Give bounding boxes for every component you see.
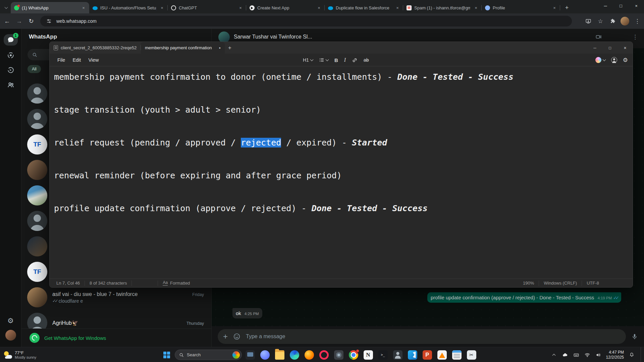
notepad-tab-client-secret[interactable]: client_secret_2_60053885332-2reqe52rrib — [50, 42, 141, 54]
tab-search-button[interactable] — [1, 2, 11, 13]
emoji-icon[interactable] — [233, 333, 240, 340]
taskbar-powerpoint-icon[interactable]: P — [421, 348, 434, 361]
taskbar-monitor-app-icon[interactable] — [244, 348, 257, 361]
install-app-icon[interactable] — [584, 17, 592, 25]
tab-close-icon[interactable]: × — [316, 5, 322, 11]
close-button[interactable]: × — [629, 0, 644, 11]
strikethrough-button[interactable]: ab — [364, 57, 369, 63]
taskbar-terminal-icon[interactable]: >_ — [376, 348, 389, 361]
notepad-window[interactable]: client_secret_2_60053885332-2reqe52rrib … — [49, 42, 633, 288]
taskbar-notion-icon[interactable]: N — [362, 348, 375, 361]
profile-avatar-button[interactable] — [4, 329, 18, 341]
tab-close-icon[interactable]: × — [80, 5, 87, 11]
filter-chip-all[interactable]: All — [28, 65, 41, 73]
back-button[interactable]: ← — [2, 16, 12, 26]
site-settings-icon[interactable] — [45, 17, 53, 25]
menu-view[interactable]: View — [85, 56, 102, 64]
text-line-empty — [54, 151, 629, 167]
list-dropdown[interactable] — [319, 57, 328, 63]
notepad-titlebar[interactable]: client_secret_2_60053885332-2reqe52rrib … — [50, 42, 633, 54]
tab-close-icon[interactable]: × — [237, 5, 244, 11]
taskbar-camera-icon[interactable] — [332, 348, 345, 361]
maximize-button[interactable]: □ — [613, 0, 629, 11]
italic-button[interactable]: I — [344, 57, 346, 63]
notepad-tab-title: client_secret_2_60053885332-2reqe52rrib — [61, 45, 137, 50]
microphone-icon[interactable] — [630, 332, 639, 341]
contact-avatar — [27, 236, 47, 256]
browser-profile-avatar[interactable] — [621, 17, 629, 25]
browser-tab-salesforce-flow[interactable]: Duplicate flow in Salesforce × — [325, 2, 403, 13]
notepad-tab-membership[interactable]: membership payment confirmation ● — [141, 42, 225, 54]
communities-tab[interactable] — [4, 79, 18, 90]
text-line-empty — [54, 184, 629, 200]
hidden-icons-chevron[interactable] — [551, 352, 557, 358]
taskbar-clock[interactable]: 4:47 PM 12/2/2025 — [606, 350, 624, 360]
notepad-close-button[interactable]: × — [618, 42, 633, 54]
browser-tab-whatsapp[interactable]: (1) WhatsApp × — [11, 2, 89, 13]
taskbar-vlc-icon[interactable] — [435, 348, 448, 361]
copilot-button[interactable] — [595, 57, 605, 63]
browser-tab-next-app[interactable]: Create Next App × — [246, 2, 325, 13]
bold-button[interactable]: B — [334, 57, 338, 63]
taskbar-file-explorer-icon[interactable] — [273, 348, 286, 361]
video-call-icon[interactable] — [595, 34, 602, 41]
volume-icon[interactable] — [595, 352, 602, 358]
weather-widget[interactable]: 77°F Mostly sunny — [3, 347, 36, 362]
account-icon[interactable] — [611, 57, 617, 63]
taskbar-phone-link-icon[interactable] — [258, 348, 271, 361]
menu-file[interactable]: File — [54, 56, 69, 64]
language-keyboard-icon[interactable] — [573, 352, 580, 358]
menu-edit[interactable]: Edit — [69, 56, 85, 64]
browser-menu-kebab-icon[interactable]: ⋮ — [633, 17, 641, 25]
attach-plus-icon[interactable]: + — [223, 333, 228, 341]
status-tab[interactable] — [4, 50, 18, 61]
zoom-level[interactable]: 190% — [518, 281, 539, 286]
channels-tab[interactable] — [4, 64, 18, 76]
onedrive-cloud-icon[interactable] — [562, 352, 569, 358]
address-bar[interactable]: web.whatsapp.com — [40, 16, 572, 26]
taskbar-snipping-tool-icon[interactable]: ✂ — [465, 348, 478, 361]
notepad-settings-gear-icon[interactable]: ⚙ — [623, 57, 628, 63]
new-tab-button[interactable]: + — [562, 3, 572, 12]
tab-close-icon[interactable]: × — [551, 5, 557, 11]
tab-close-icon[interactable]: × — [159, 5, 165, 11]
bookmark-star-icon[interactable]: ☆ — [596, 17, 604, 25]
taskbar-opera-icon[interactable] — [317, 348, 330, 361]
notepad-minimize-button[interactable]: ─ — [587, 42, 602, 54]
tab-close-icon[interactable]: × — [394, 5, 400, 11]
message-input[interactable]: + Type a message — [218, 329, 626, 344]
extensions-puzzle-icon[interactable] — [608, 17, 616, 25]
heading-dropdown[interactable]: H1 — [303, 57, 313, 63]
notifications-bell-icon[interactable] — [628, 352, 635, 358]
message-input-placeholder: Type a message — [246, 334, 285, 340]
chevron-down-icon — [310, 58, 313, 61]
taskbar-search-box[interactable]: Search — [175, 350, 242, 360]
browser-tab-gmail-spam[interactable]: Spam (1) - ishann.tforce@gma... × — [403, 2, 482, 13]
tab-close-icon[interactable]: × — [473, 5, 479, 11]
taskbar-notepad-icon[interactable] — [450, 348, 463, 361]
show-desktop-button[interactable] — [641, 347, 642, 362]
start-button[interactable] — [160, 348, 173, 361]
browser-tab-chatgpt[interactable]: ChatGPT × — [168, 2, 246, 13]
forward-button[interactable]: → — [14, 16, 24, 26]
notepad-text-area[interactable]: membership payment confirmation to donor… — [50, 67, 633, 279]
reload-button[interactable]: ↻ — [26, 16, 36, 26]
notepad-maximize-button[interactable]: □ — [602, 42, 618, 54]
taskbar-firefox-icon[interactable] — [303, 348, 316, 361]
get-whatsapp-banner[interactable]: Get WhatsApp for Windows — [21, 328, 211, 347]
link-icon[interactable] — [352, 57, 358, 63]
conversation-menu-kebab-icon[interactable]: ⋮ — [632, 34, 638, 41]
browser-tab-profile[interactable]: Profile × — [482, 2, 560, 13]
browser-tab-isu-flows[interactable]: ISU - Automation/Flows Setup × — [89, 2, 168, 13]
taskbar-edge-icon[interactable] — [288, 348, 301, 361]
wifi-icon[interactable] — [584, 352, 591, 358]
chat-list-item-asif[interactable]: asif vai - diu swe - blue 7 - twinforce … — [21, 285, 211, 310]
gmail-favicon — [407, 5, 412, 10]
taskbar-contacts-icon[interactable] — [391, 348, 404, 361]
chats-tab[interactable]: 1 — [4, 34, 18, 46]
notepad-new-tab-button[interactable]: + — [225, 42, 235, 54]
taskbar-vscode-icon[interactable] — [406, 348, 419, 361]
taskbar-chrome-icon[interactable] — [347, 348, 360, 361]
minimize-button[interactable]: ─ — [598, 0, 613, 11]
settings-button[interactable]: ⚙ — [4, 315, 18, 326]
